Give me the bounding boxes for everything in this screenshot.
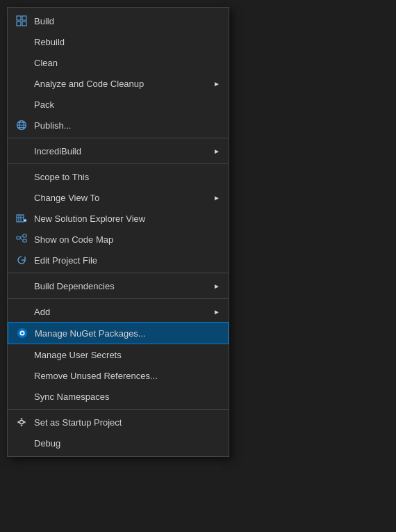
publish-globe-icon	[13, 118, 30, 132]
menu-label-show-code-map: Show on Code Map	[34, 234, 220, 245]
menu-label-incredibuild: IncrediBuild	[34, 146, 213, 156]
menu-label-publish: Publish...	[34, 120, 220, 131]
menu-label-analyze: Analyze and Code Cleanup	[34, 79, 213, 89]
incredibuild-icon-empty	[13, 144, 30, 158]
build-deps-arrow-icon: ►	[213, 282, 220, 290]
menu-label-set-startup: Set as Startup Project	[34, 417, 220, 428]
edit-project-icon	[13, 253, 30, 267]
menu-item-publish[interactable]: Publish...	[8, 115, 229, 136]
build-deps-icon-empty	[13, 279, 30, 293]
svg-rect-3	[22, 22, 26, 26]
menu-item-analyze[interactable]: Analyze and Code Cleanup ►	[8, 73, 229, 94]
svg-line-20	[20, 238, 23, 241]
separator-5	[8, 409, 229, 410]
sync-namespaces-icon-empty	[13, 389, 30, 403]
add-icon-empty	[13, 305, 30, 319]
set-startup-gear-icon	[13, 415, 30, 429]
clean-icon-empty	[13, 56, 30, 70]
manage-user-secrets-icon-empty	[13, 348, 30, 362]
menu-label-rebuild: Rebuild	[34, 37, 220, 47]
analyze-icon-empty	[13, 76, 30, 90]
rebuild-icon-empty	[13, 35, 30, 49]
svg-rect-1	[22, 16, 26, 20]
menu-item-manage-user-secrets[interactable]: Manage User Secrets	[8, 344, 229, 365]
svg-rect-17	[23, 234, 26, 237]
svg-rect-18	[23, 239, 26, 242]
menu-item-new-solution[interactable]: New Solution Explorer View	[8, 208, 229, 229]
svg-point-24	[20, 421, 24, 424]
menu-item-set-startup[interactable]: Set as Startup Project	[8, 412, 229, 433]
menu-label-build-deps: Build Dependencies	[34, 281, 213, 291]
menu-item-incredibuild[interactable]: IncrediBuild ►	[8, 140, 229, 161]
menu-item-build[interactable]: Build	[8, 10, 229, 31]
new-solution-icon	[13, 211, 30, 225]
separator-1	[8, 138, 229, 138]
separator-4	[8, 298, 229, 299]
menu-item-debug[interactable]: Debug	[8, 433, 229, 453]
menu-label-clean: Clean	[34, 58, 220, 68]
menu-label-manage-nuget: Manage NuGet Packages...	[35, 328, 220, 339]
code-map-icon	[13, 232, 30, 246]
menu-item-edit-project[interactable]: Edit Project File	[8, 250, 229, 271]
menu-label-pack: Pack	[34, 99, 220, 110]
menu-item-build-deps[interactable]: Build Dependencies ►	[8, 275, 229, 296]
svg-rect-16	[17, 236, 20, 239]
analyze-arrow-icon: ►	[213, 80, 220, 88]
menu-label-debug: Debug	[34, 438, 220, 449]
menu-item-pack[interactable]: Pack	[8, 94, 229, 115]
menu-label-edit-project: Edit Project File	[34, 255, 220, 266]
svg-line-19	[20, 236, 23, 238]
menu-item-remove-unused[interactable]: Remove Unused References...	[8, 365, 229, 386]
nuget-icon	[14, 326, 31, 340]
incredibuild-arrow-icon: ►	[213, 147, 220, 155]
menu-label-manage-user-secrets: Manage User Secrets	[34, 350, 220, 360]
menu-item-change-view[interactable]: Change View To ►	[8, 187, 229, 208]
add-arrow-icon: ►	[213, 308, 220, 316]
build-icon	[13, 14, 30, 28]
remove-unused-icon-empty	[13, 369, 30, 382]
svg-rect-2	[17, 22, 21, 26]
svg-rect-9	[17, 215, 24, 222]
context-menu: Build Rebuild Clean Analyze and Code Cle…	[7, 7, 229, 457]
menu-label-build: Build	[34, 16, 220, 26]
menu-item-show-code-map[interactable]: Show on Code Map	[8, 229, 229, 250]
menu-item-scope[interactable]: Scope to This	[8, 166, 229, 187]
pack-icon-empty	[13, 97, 30, 111]
scope-icon-empty	[13, 170, 30, 184]
change-view-arrow-icon: ►	[213, 194, 220, 202]
menu-item-rebuild[interactable]: Rebuild	[8, 31, 229, 52]
menu-label-scope: Scope to This	[34, 172, 220, 182]
separator-2	[8, 163, 229, 164]
menu-item-sync-namespaces[interactable]: Sync Namespaces	[8, 386, 229, 407]
menu-item-add[interactable]: Add ►	[8, 301, 229, 322]
change-view-icon-empty	[13, 191, 30, 204]
menu-label-remove-unused: Remove Unused References...	[34, 371, 220, 381]
menu-item-manage-nuget[interactable]: Manage NuGet Packages...	[8, 322, 229, 344]
menu-label-add: Add	[34, 307, 213, 317]
debug-icon-empty	[13, 436, 30, 450]
menu-label-change-view: Change View To	[34, 193, 213, 203]
menu-label-sync-namespaces: Sync Namespaces	[34, 392, 220, 402]
svg-point-23	[21, 332, 24, 334]
separator-3	[8, 273, 229, 273]
menu-item-clean[interactable]: Clean	[8, 52, 229, 73]
menu-label-new-solution: New Solution Explorer View	[34, 213, 220, 224]
svg-rect-0	[17, 16, 21, 20]
